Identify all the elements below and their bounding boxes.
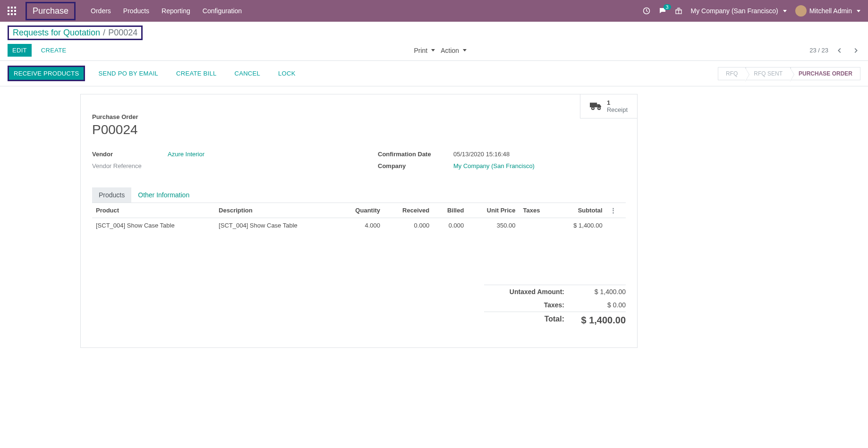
svg-point-12 xyxy=(592,107,594,109)
nav-menu: Orders Products Reporting Configuration xyxy=(90,5,243,17)
po-title-label: Purchase Order xyxy=(92,113,626,120)
vendor-value[interactable]: Azure Interior xyxy=(168,151,204,158)
lock-button[interactable]: Lock xyxy=(273,67,300,80)
button-box: 1 Receipt xyxy=(580,94,637,118)
company-name: My Company (San Francisco) xyxy=(691,7,778,15)
cell-product: [SCT_004] Show Case Table xyxy=(92,218,215,233)
statusbar: Receive Products Send PO by Email Create… xyxy=(0,61,868,86)
taxes-value: $ 0.00 xyxy=(579,301,626,309)
vendor-ref-label: Vendor Reference xyxy=(92,162,168,169)
th-product[interactable]: Product xyxy=(92,203,215,218)
receive-highlight: Receive Products xyxy=(8,66,85,81)
svg-rect-4 xyxy=(11,10,13,12)
notebook: Products Other Information Product Descr… xyxy=(92,187,626,329)
th-options[interactable]: ⋮ xyxy=(606,203,626,218)
breadcrumb-sep: / xyxy=(103,28,105,38)
po-number: P00024 xyxy=(92,122,626,137)
svg-rect-8 xyxy=(14,13,16,15)
nav-configuration[interactable]: Configuration xyxy=(202,5,243,17)
status-steps: RFQ RFQ Sent Purchase Order xyxy=(718,67,860,80)
pager-next[interactable] xyxy=(851,46,860,55)
th-subtotal[interactable]: Subtotal xyxy=(554,203,606,218)
receive-products-button[interactable]: Receive Products xyxy=(9,67,84,80)
nav-products[interactable]: Products xyxy=(122,5,150,17)
th-unit-price[interactable]: Unit Price xyxy=(468,203,519,218)
svg-rect-0 xyxy=(8,7,9,8)
clock-icon[interactable] xyxy=(643,7,650,15)
gift-icon[interactable] xyxy=(675,7,682,15)
svg-point-13 xyxy=(598,107,600,109)
receipt-label: Receipt xyxy=(607,106,628,113)
create-button[interactable]: Create xyxy=(36,44,71,57)
user-name: Mitchell Admin xyxy=(809,7,852,15)
th-billed[interactable]: Billed xyxy=(433,203,468,218)
chat-icon[interactable]: 3 xyxy=(659,7,666,15)
tab-other-information[interactable]: Other Information xyxy=(131,187,196,203)
user-menu[interactable]: Mitchell Admin xyxy=(795,5,860,17)
th-received[interactable]: Received xyxy=(384,203,433,218)
svg-rect-2 xyxy=(14,7,16,8)
form-sheet: 1 Receipt Purchase Order P00024 Vendor A… xyxy=(80,94,638,348)
company-value[interactable]: My Company (San Francisco) xyxy=(453,162,535,169)
edit-button[interactable]: Edit xyxy=(8,44,32,57)
nav-orders[interactable]: Orders xyxy=(90,5,112,17)
avatar xyxy=(795,5,807,17)
send-po-button[interactable]: Send PO by Email xyxy=(94,67,163,80)
svg-rect-7 xyxy=(11,13,13,15)
step-rfq-sent[interactable]: RFQ Sent xyxy=(746,67,791,80)
control-panel: Requests for Quotation / P00024 Edit Cre… xyxy=(0,22,868,61)
svg-rect-11 xyxy=(590,102,597,107)
app-brand[interactable]: Purchase xyxy=(26,2,76,20)
confirmation-date-label: Confirmation Date xyxy=(378,151,453,158)
tab-products[interactable]: Products xyxy=(92,187,131,203)
cell-subtotal: $ 1,400.00 xyxy=(554,218,606,233)
total-label: Total: xyxy=(484,315,564,326)
truck-icon xyxy=(590,101,602,111)
chat-badge: 3 xyxy=(664,4,671,10)
th-description[interactable]: Description xyxy=(215,203,338,218)
cell-unitprice: 350.00 xyxy=(468,218,519,233)
table-row[interactable]: [SCT_004] Show Case Table [SCT_004] Show… xyxy=(92,218,626,233)
pager-prev[interactable] xyxy=(835,46,844,55)
cell-billed: 0.000 xyxy=(433,218,468,233)
company-switcher[interactable]: My Company (San Francisco) xyxy=(691,7,787,15)
confirmation-date-value: 05/13/2020 15:16:48 xyxy=(453,151,510,158)
receipt-stat-button[interactable]: 1 Receipt xyxy=(580,94,637,118)
vendor-label: Vendor xyxy=(92,151,168,158)
cancel-button[interactable]: Cancel xyxy=(230,67,265,80)
taxes-label: Taxes: xyxy=(484,301,564,309)
apps-icon[interactable] xyxy=(8,7,16,15)
th-taxes[interactable]: Taxes xyxy=(519,203,554,218)
create-bill-button[interactable]: Create Bill xyxy=(171,67,221,80)
print-dropdown[interactable]: Print xyxy=(414,47,435,54)
receipt-count: 1 xyxy=(607,99,610,106)
order-lines-table: Product Description Quantity Received Bi… xyxy=(92,203,626,233)
company-label: Company xyxy=(378,162,453,169)
pager-text: 23 / 23 xyxy=(809,47,828,54)
cell-description: [SCT_004] Show Case Table xyxy=(215,218,338,233)
step-rfq[interactable]: RFQ xyxy=(718,67,746,80)
cell-quantity: 4.000 xyxy=(338,218,384,233)
untaxed-value: $ 1,400.00 xyxy=(579,288,626,296)
cell-taxes xyxy=(519,218,554,233)
th-quantity[interactable]: Quantity xyxy=(338,203,384,218)
total-value: $ 1,400.00 xyxy=(579,315,626,326)
untaxed-label: Untaxed Amount: xyxy=(484,288,564,296)
breadcrumb: Requests for Quotation / P00024 xyxy=(13,28,137,38)
cell-received: 0.000 xyxy=(384,218,433,233)
svg-rect-3 xyxy=(8,10,9,12)
totals: Untaxed Amount: $ 1,400.00 Taxes: $ 0.00… xyxy=(484,285,626,329)
svg-rect-1 xyxy=(11,7,13,8)
svg-rect-6 xyxy=(8,13,9,15)
breadcrumb-current: P00024 xyxy=(108,28,137,38)
svg-rect-5 xyxy=(14,10,16,12)
action-dropdown[interactable]: Action xyxy=(441,47,467,54)
breadcrumb-parent[interactable]: Requests for Quotation xyxy=(13,28,100,38)
breadcrumb-highlight: Requests for Quotation / P00024 xyxy=(8,25,143,40)
top-navbar: Purchase Orders Products Reporting Confi… xyxy=(0,0,868,22)
nav-reporting[interactable]: Reporting xyxy=(161,5,191,17)
step-purchase-order[interactable]: Purchase Order xyxy=(791,67,860,80)
